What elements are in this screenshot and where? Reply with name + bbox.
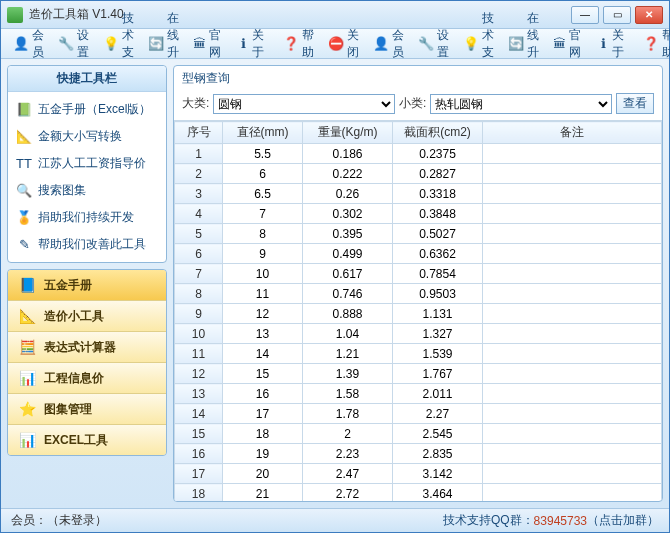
view-button[interactable]: 查看 [616, 93, 654, 114]
small-category-select[interactable]: 热轧圆钢 [430, 94, 612, 114]
help-icon: ❓ [643, 36, 659, 52]
table-row[interactable]: 14171.782.27 [175, 404, 662, 424]
nav-project-price[interactable]: 📊工程信息价 [8, 363, 166, 394]
nav-atlas-manage[interactable]: ⭐图集管理 [8, 394, 166, 425]
data-table: 序号直径(mm)重量(Kg/m)截面积(cm2)备注 15.50.1860.23… [174, 121, 662, 501]
member-button[interactable]: 👤会员 [367, 24, 410, 64]
jiangsu-wage-icon: TT [16, 156, 32, 172]
table-row[interactable]: 15.50.1860.2375 [175, 144, 662, 164]
close-app-icon: ⛔ [328, 36, 344, 52]
table-row[interactable]: 580.3950.5027 [175, 224, 662, 244]
nav-buttons: 📘五金手册📐造价小工具🧮表达式计算器📊工程信息价⭐图集管理📊EXCEL工具 [7, 269, 167, 456]
quicklink-jiangsu-wage[interactable]: TT江苏人工工资指导价 [14, 150, 160, 177]
app-window: 造价工具箱 V1.40 — ▭ ✕ 👤会员🔧设置💡技术支持🔄在线升级🏛官网ℹ关于… [0, 0, 670, 533]
help-button[interactable]: ❓帮助 [277, 24, 320, 64]
member-button[interactable]: 👤会员 [7, 24, 50, 64]
col-header-0[interactable]: 序号 [175, 122, 223, 144]
settings-button[interactable]: 🔧设置 [412, 24, 455, 64]
quicklink-feedback[interactable]: ✎帮助我们改善此工具 [14, 231, 160, 258]
col-header-3[interactable]: 截面积(cm2) [393, 122, 483, 144]
hardware-manual-excel-icon: 📗 [16, 102, 32, 118]
online-upgrade-icon: 🔄 [148, 36, 164, 52]
qq-hint[interactable]: （点击加群） [587, 512, 659, 529]
feedback-icon: ✎ [16, 237, 32, 253]
small-category-label: 小类: [399, 95, 426, 112]
nav-excel-tools[interactable]: 📊EXCEL工具 [8, 425, 166, 455]
table-row[interactable]: 18212.723.464 [175, 484, 662, 502]
table-row[interactable]: 16192.232.835 [175, 444, 662, 464]
cost-tools-icon: 📐 [18, 307, 36, 325]
table-scroll[interactable]: 序号直径(mm)重量(Kg/m)截面积(cm2)备注 15.50.1860.23… [174, 120, 662, 501]
content-panel: 型钢查询 大类: 圆钢 小类: 热轧圆钢 查看 序号直径(mm)重量(Kg/m)… [173, 65, 663, 502]
official-site-icon: 🏛 [193, 36, 206, 52]
status-bar: 会员： （未登录） 技术支持QQ群： 83945733 （点击加群） [1, 508, 669, 532]
nav-expression-calc[interactable]: 🧮表达式计算器 [8, 332, 166, 363]
table-row[interactable]: 8110.7460.9503 [175, 284, 662, 304]
about-icon: ℹ [598, 36, 609, 52]
quicklink-amount-convert[interactable]: 📐金额大小写转换 [14, 123, 160, 150]
search-atlas-icon: 🔍 [16, 183, 32, 199]
table-row[interactable]: 690.4990.6362 [175, 244, 662, 264]
member-icon: 👤 [13, 36, 29, 52]
hardware-manual-icon: 📘 [18, 276, 36, 294]
table-row[interactable]: 151822.545 [175, 424, 662, 444]
tech-support-icon: 💡 [463, 36, 479, 52]
online-upgrade-icon: 🔄 [508, 36, 524, 52]
quicklink-search-atlas[interactable]: 🔍搜索图集 [14, 177, 160, 204]
main-toolbar: 👤会员🔧设置💡技术支持🔄在线升级🏛官网ℹ关于❓帮助⛔关闭👤会员🔧设置💡技术支持🔄… [1, 29, 669, 59]
member-value: （未登录） [47, 512, 107, 529]
about-icon: ℹ [238, 36, 249, 52]
project-price-icon: 📊 [18, 369, 36, 387]
table-row[interactable]: 260.2220.2827 [175, 164, 662, 184]
help-button[interactable]: ❓帮助 [637, 24, 670, 64]
about-button[interactable]: ℹ关于 [232, 24, 275, 64]
nav-hardware-manual[interactable]: 📘五金手册 [8, 270, 166, 301]
settings-icon: 🔧 [58, 36, 74, 52]
table-row[interactable]: 11141.211.539 [175, 344, 662, 364]
official-site-icon: 🏛 [553, 36, 566, 52]
quicklink-donate[interactable]: 🏅捐助我们持续开发 [14, 204, 160, 231]
col-header-1[interactable]: 直径(mm) [223, 122, 303, 144]
quick-panel: 快捷工具栏 📗五金手册（Excel版）📐金额大小写转换TT江苏人工工资指导价🔍搜… [7, 65, 167, 263]
settings-icon: 🔧 [418, 36, 434, 52]
table-row[interactable]: 470.3020.3848 [175, 204, 662, 224]
filter-row: 大类: 圆钢 小类: 热轧圆钢 查看 [174, 89, 662, 120]
about-button[interactable]: ℹ关于 [592, 24, 635, 64]
sidebar-title: 快捷工具栏 [8, 66, 166, 92]
official-site-button[interactable]: 🏛官网 [187, 24, 230, 64]
member-label: 会员： [11, 512, 47, 529]
amount-convert-icon: 📐 [16, 129, 32, 145]
col-header-2[interactable]: 重量(Kg/m) [303, 122, 393, 144]
sidebar: 快捷工具栏 📗五金手册（Excel版）📐金额大小写转换TT江苏人工工资指导价🔍搜… [7, 65, 167, 502]
col-header-4[interactable]: 备注 [483, 122, 662, 144]
table-row[interactable]: 36.50.260.3318 [175, 184, 662, 204]
donate-icon: 🏅 [16, 210, 32, 226]
maximize-button[interactable]: ▭ [603, 6, 631, 24]
table-row[interactable]: 9120.8881.131 [175, 304, 662, 324]
big-category-select[interactable]: 圆钢 [213, 94, 395, 114]
quicklink-hardware-manual-excel[interactable]: 📗五金手册（Excel版） [14, 96, 160, 123]
table-row[interactable]: 10131.041.327 [175, 324, 662, 344]
tech-support-icon: 💡 [103, 36, 119, 52]
expression-calc-icon: 🧮 [18, 338, 36, 356]
big-category-label: 大类: [182, 95, 209, 112]
close-button[interactable]: ✕ [635, 6, 663, 24]
close-app-button[interactable]: ⛔关闭 [322, 24, 365, 64]
official-site-button[interactable]: 🏛官网 [547, 24, 590, 64]
qq-number[interactable]: 83945733 [534, 514, 587, 528]
table-row[interactable]: 12151.391.767 [175, 364, 662, 384]
atlas-manage-icon: ⭐ [18, 400, 36, 418]
excel-tools-icon: 📊 [18, 431, 36, 449]
table-row[interactable]: 17202.473.142 [175, 464, 662, 484]
qq-label: 技术支持QQ群： [443, 512, 534, 529]
member-icon: 👤 [373, 36, 389, 52]
nav-cost-tools[interactable]: 📐造价小工具 [8, 301, 166, 332]
table-row[interactable]: 7100.6170.7854 [175, 264, 662, 284]
app-icon [7, 7, 23, 23]
minimize-button[interactable]: — [571, 6, 599, 24]
settings-button[interactable]: 🔧设置 [52, 24, 95, 64]
content-title: 型钢查询 [174, 66, 662, 89]
help-icon: ❓ [283, 36, 299, 52]
table-row[interactable]: 13161.582.011 [175, 384, 662, 404]
